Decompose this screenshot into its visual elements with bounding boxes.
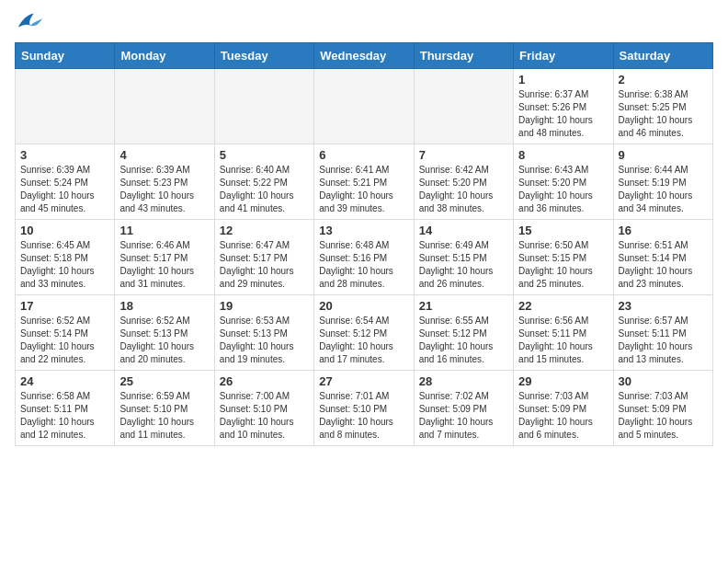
day-number: 14 xyxy=(419,224,508,237)
day-of-week-header: Thursday xyxy=(414,43,513,69)
calendar-day-cell: 2Sunrise: 6:38 AMSunset: 5:25 PMDaylight… xyxy=(613,69,712,144)
calendar-week-row: 3Sunrise: 6:39 AMSunset: 5:24 PMDaylight… xyxy=(16,144,713,220)
calendar-day-cell: 4Sunrise: 6:39 AMSunset: 5:23 PMDaylight… xyxy=(115,144,214,220)
day-info: Sunrise: 6:52 AMSunset: 5:14 PMDaylight:… xyxy=(20,315,109,366)
day-number: 10 xyxy=(20,224,109,237)
calendar-day-cell: 18Sunrise: 6:52 AMSunset: 5:13 PMDayligh… xyxy=(115,295,214,371)
calendar-day-cell: 9Sunrise: 6:44 AMSunset: 5:19 PMDaylight… xyxy=(613,144,712,220)
day-number: 6 xyxy=(319,148,408,162)
day-number: 15 xyxy=(518,224,608,237)
day-info: Sunrise: 7:02 AMSunset: 5:09 PMDaylight:… xyxy=(419,390,508,442)
day-number: 20 xyxy=(319,299,408,313)
day-number: 22 xyxy=(518,299,608,313)
day-number: 27 xyxy=(319,374,408,388)
day-number: 19 xyxy=(220,299,309,313)
calendar-day-cell: 25Sunrise: 6:59 AMSunset: 5:10 PMDayligh… xyxy=(115,371,214,446)
day-info: Sunrise: 6:40 AMSunset: 5:22 PMDaylight:… xyxy=(220,164,309,215)
page-header xyxy=(15,15,713,31)
day-info: Sunrise: 6:39 AMSunset: 5:24 PMDaylight:… xyxy=(20,164,109,215)
day-number: 1 xyxy=(518,73,608,86)
day-of-week-header: Saturday xyxy=(613,43,712,69)
calendar-day-cell: 28Sunrise: 7:02 AMSunset: 5:09 PMDayligh… xyxy=(414,371,513,446)
day-number: 28 xyxy=(419,374,508,388)
day-info: Sunrise: 7:01 AMSunset: 5:10 PMDaylight:… xyxy=(319,390,408,442)
day-of-week-header: Monday xyxy=(115,43,214,69)
calendar-day-cell: 23Sunrise: 6:57 AMSunset: 5:11 PMDayligh… xyxy=(613,295,712,371)
calendar-day-cell: 21Sunrise: 6:55 AMSunset: 5:12 PMDayligh… xyxy=(414,295,513,371)
calendar-day-cell: 15Sunrise: 6:50 AMSunset: 5:15 PMDayligh… xyxy=(514,220,613,295)
day-number: 21 xyxy=(419,299,508,313)
calendar-day-cell: 17Sunrise: 6:52 AMSunset: 5:14 PMDayligh… xyxy=(16,295,115,371)
day-info: Sunrise: 6:50 AMSunset: 5:15 PMDaylight:… xyxy=(518,239,608,291)
day-number: 11 xyxy=(119,224,209,237)
day-info: Sunrise: 6:57 AMSunset: 5:11 PMDaylight:… xyxy=(619,315,708,366)
calendar-day-cell: 30Sunrise: 7:03 AMSunset: 5:09 PMDayligh… xyxy=(613,371,712,446)
day-info: Sunrise: 7:03 AMSunset: 5:09 PMDaylight:… xyxy=(518,390,608,442)
logo xyxy=(15,15,42,31)
day-number: 9 xyxy=(619,148,708,162)
logo-bird-icon xyxy=(17,11,42,31)
day-of-week-header: Tuesday xyxy=(214,43,313,69)
calendar-day-cell: 24Sunrise: 6:58 AMSunset: 5:11 PMDayligh… xyxy=(16,371,115,446)
day-info: Sunrise: 6:47 AMSunset: 5:17 PMDaylight:… xyxy=(220,239,309,291)
day-number: 17 xyxy=(20,299,109,313)
day-number: 12 xyxy=(220,224,309,237)
calendar-day-cell: 1Sunrise: 6:37 AMSunset: 5:26 PMDaylight… xyxy=(514,69,613,144)
day-info: Sunrise: 6:52 AMSunset: 5:13 PMDaylight:… xyxy=(119,315,209,366)
calendar-day-cell: 12Sunrise: 6:47 AMSunset: 5:17 PMDayligh… xyxy=(214,220,313,295)
day-info: Sunrise: 7:00 AMSunset: 5:10 PMDaylight:… xyxy=(220,390,309,442)
day-of-week-header: Wednesday xyxy=(314,43,414,69)
calendar-day-cell: 5Sunrise: 6:40 AMSunset: 5:22 PMDaylight… xyxy=(214,144,313,220)
calendar-day-cell: 3Sunrise: 6:39 AMSunset: 5:24 PMDaylight… xyxy=(16,144,115,220)
calendar-week-row: 1Sunrise: 6:37 AMSunset: 5:26 PMDaylight… xyxy=(16,69,713,144)
calendar-day-cell: 14Sunrise: 6:49 AMSunset: 5:15 PMDayligh… xyxy=(414,220,513,295)
day-info: Sunrise: 6:49 AMSunset: 5:15 PMDaylight:… xyxy=(419,239,508,291)
day-info: Sunrise: 6:38 AMSunset: 5:25 PMDaylight:… xyxy=(619,88,708,140)
day-number: 5 xyxy=(220,148,309,162)
day-number: 16 xyxy=(619,224,708,237)
day-number: 7 xyxy=(419,148,508,162)
day-number: 26 xyxy=(220,374,309,388)
calendar-day-cell xyxy=(115,69,214,144)
calendar-day-cell: 13Sunrise: 6:48 AMSunset: 5:16 PMDayligh… xyxy=(314,220,414,295)
calendar-day-cell: 29Sunrise: 7:03 AMSunset: 5:09 PMDayligh… xyxy=(514,371,613,446)
calendar-day-cell: 19Sunrise: 6:53 AMSunset: 5:13 PMDayligh… xyxy=(214,295,313,371)
day-info: Sunrise: 6:54 AMSunset: 5:12 PMDaylight:… xyxy=(319,315,408,366)
day-info: Sunrise: 6:48 AMSunset: 5:16 PMDaylight:… xyxy=(319,239,408,291)
day-info: Sunrise: 6:58 AMSunset: 5:11 PMDaylight:… xyxy=(20,390,109,442)
day-number: 3 xyxy=(20,148,109,162)
calendar-header-row: SundayMondayTuesdayWednesdayThursdayFrid… xyxy=(16,43,713,69)
day-of-week-header: Friday xyxy=(514,43,613,69)
day-info: Sunrise: 7:03 AMSunset: 5:09 PMDaylight:… xyxy=(619,390,708,442)
day-info: Sunrise: 6:45 AMSunset: 5:18 PMDaylight:… xyxy=(20,239,109,291)
calendar-day-cell xyxy=(314,69,414,144)
day-number: 23 xyxy=(619,299,708,313)
day-number: 8 xyxy=(518,148,608,162)
calendar-day-cell: 11Sunrise: 6:46 AMSunset: 5:17 PMDayligh… xyxy=(115,220,214,295)
calendar-day-cell: 7Sunrise: 6:42 AMSunset: 5:20 PMDaylight… xyxy=(414,144,513,220)
calendar-day-cell: 20Sunrise: 6:54 AMSunset: 5:12 PMDayligh… xyxy=(314,295,414,371)
day-info: Sunrise: 6:42 AMSunset: 5:20 PMDaylight:… xyxy=(419,164,508,215)
calendar-day-cell: 22Sunrise: 6:56 AMSunset: 5:11 PMDayligh… xyxy=(514,295,613,371)
calendar-day-cell: 10Sunrise: 6:45 AMSunset: 5:18 PMDayligh… xyxy=(16,220,115,295)
day-info: Sunrise: 6:43 AMSunset: 5:20 PMDaylight:… xyxy=(518,164,608,215)
day-number: 25 xyxy=(119,374,209,388)
day-number: 2 xyxy=(619,73,708,86)
day-number: 24 xyxy=(20,374,109,388)
calendar-week-row: 10Sunrise: 6:45 AMSunset: 5:18 PMDayligh… xyxy=(16,220,713,295)
day-info: Sunrise: 6:53 AMSunset: 5:13 PMDaylight:… xyxy=(220,315,309,366)
day-info: Sunrise: 6:41 AMSunset: 5:21 PMDaylight:… xyxy=(319,164,408,215)
calendar-week-row: 24Sunrise: 6:58 AMSunset: 5:11 PMDayligh… xyxy=(16,371,713,446)
calendar-table: SundayMondayTuesdayWednesdayThursdayFrid… xyxy=(15,42,713,446)
day-info: Sunrise: 6:56 AMSunset: 5:11 PMDaylight:… xyxy=(518,315,608,366)
calendar-week-row: 17Sunrise: 6:52 AMSunset: 5:14 PMDayligh… xyxy=(16,295,713,371)
calendar-day-cell: 16Sunrise: 6:51 AMSunset: 5:14 PMDayligh… xyxy=(613,220,712,295)
day-info: Sunrise: 6:39 AMSunset: 5:23 PMDaylight:… xyxy=(119,164,209,215)
day-info: Sunrise: 6:51 AMSunset: 5:14 PMDaylight:… xyxy=(619,239,708,291)
day-number: 30 xyxy=(619,374,708,388)
calendar-day-cell xyxy=(16,69,115,144)
calendar-day-cell: 6Sunrise: 6:41 AMSunset: 5:21 PMDaylight… xyxy=(314,144,414,220)
day-info: Sunrise: 6:55 AMSunset: 5:12 PMDaylight:… xyxy=(419,315,508,366)
day-of-week-header: Sunday xyxy=(16,43,115,69)
day-number: 29 xyxy=(518,374,608,388)
